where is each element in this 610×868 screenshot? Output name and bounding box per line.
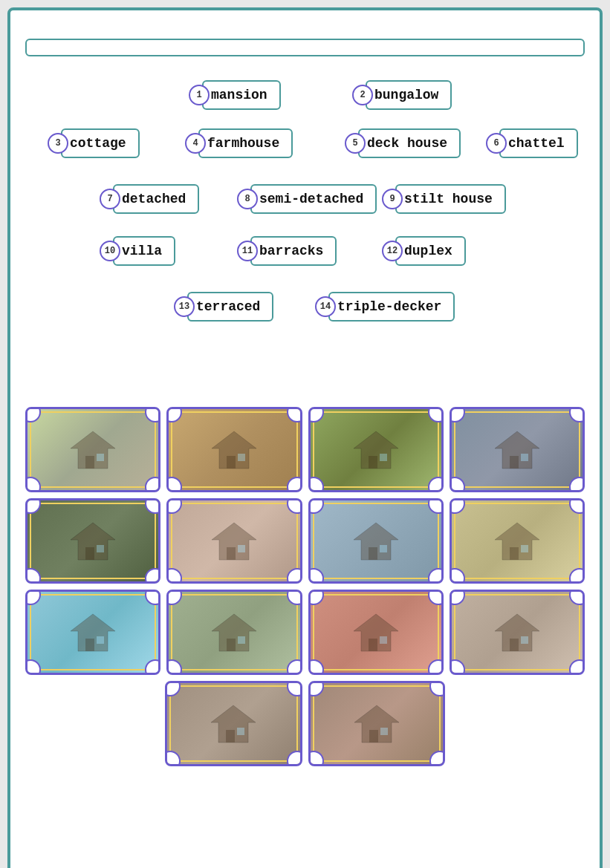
house-placeholder-6 <box>169 500 299 581</box>
number-badge-8: 8 <box>237 189 258 209</box>
images-row-3 <box>25 590 585 675</box>
svg-rect-25 <box>85 639 94 651</box>
svg-rect-2 <box>97 454 104 461</box>
house-image-13 <box>165 681 302 766</box>
images-section <box>25 407 585 766</box>
house-placeholder-7 <box>311 500 441 581</box>
svg-rect-7 <box>369 456 377 469</box>
page: 1mansion2bungalow3cottage4farmhouse5deck… <box>7 7 603 868</box>
word-item-14: 14triple-decker <box>315 292 455 322</box>
house-placeholder-11 <box>311 592 441 673</box>
house-image-10 <box>166 590 302 675</box>
svg-rect-26 <box>97 636 104 644</box>
word-item-9: 9stilt house <box>382 184 506 214</box>
svg-rect-41 <box>380 728 388 735</box>
house-placeholder-1 <box>27 409 158 490</box>
svg-rect-22 <box>510 547 519 560</box>
number-badge-1: 1 <box>189 85 210 105</box>
svg-rect-13 <box>85 547 94 560</box>
svg-rect-10 <box>510 456 519 469</box>
circle-br-5[interactable] <box>145 568 160 584</box>
number-badge-11: 11 <box>237 241 258 261</box>
number-badge-3: 3 <box>48 133 68 154</box>
instruction-box <box>25 39 585 56</box>
house-image-4 <box>450 407 585 492</box>
word-item-1: 1mansion <box>189 80 281 110</box>
word-item-2: 2bungalow <box>352 80 452 110</box>
words-section: 1mansion2bungalow3cottage4farmhouse5deck… <box>25 73 585 385</box>
house-placeholder-14 <box>311 683 443 764</box>
word-item-3: 3cottage <box>48 128 140 158</box>
word-box-6: chattel <box>499 128 578 158</box>
house-image-11 <box>308 590 444 675</box>
svg-rect-5 <box>238 454 245 461</box>
number-badge-5: 5 <box>345 133 366 154</box>
word-item-7: 7detached <box>100 184 199 214</box>
svg-rect-29 <box>238 636 245 644</box>
word-box-5: deck house <box>358 128 461 158</box>
svg-rect-20 <box>380 545 387 552</box>
house-image-7 <box>308 498 444 584</box>
word-box-2: bungalow <box>366 80 452 110</box>
svg-rect-1 <box>85 456 94 469</box>
house-image-8 <box>450 498 585 584</box>
word-item-8: 8semi-detached <box>237 184 377 214</box>
house-image-14 <box>308 681 445 766</box>
images-row-2 <box>25 498 585 584</box>
house-image-6 <box>166 498 302 584</box>
house-placeholder-8 <box>452 500 583 581</box>
word-item-4: 4farmhouse <box>185 128 293 158</box>
svg-rect-35 <box>521 636 528 644</box>
number-badge-7: 7 <box>100 189 120 209</box>
word-box-13: terraced <box>187 292 273 322</box>
word-box-10: villa <box>113 236 175 266</box>
word-box-11: barracks <box>250 236 337 266</box>
house-image-1 <box>25 407 160 492</box>
svg-rect-8 <box>380 454 387 461</box>
word-box-4: farmhouse <box>198 128 293 158</box>
circle-br-8[interactable] <box>569 568 585 584</box>
word-box-12: duplex <box>395 236 466 266</box>
number-badge-14: 14 <box>315 296 336 317</box>
word-item-12: 12duplex <box>382 236 466 266</box>
number-badge-4: 4 <box>185 133 206 154</box>
word-box-14: triple-decker <box>328 292 455 322</box>
svg-rect-32 <box>380 636 387 644</box>
svg-rect-34 <box>510 639 519 651</box>
svg-rect-40 <box>369 730 378 743</box>
svg-rect-16 <box>227 547 236 560</box>
house-placeholder-13 <box>167 683 299 764</box>
svg-rect-37 <box>226 730 235 743</box>
house-image-12 <box>450 590 585 675</box>
number-badge-6: 6 <box>486 133 507 154</box>
house-image-2 <box>166 407 302 492</box>
house-placeholder-12 <box>452 592 583 673</box>
house-placeholder-5 <box>27 500 158 581</box>
word-box-3: cottage <box>61 128 140 158</box>
house-image-5 <box>25 498 160 584</box>
house-placeholder-3 <box>311 409 441 490</box>
svg-rect-28 <box>227 639 236 651</box>
house-placeholder-2 <box>169 409 299 490</box>
images-row-4 <box>165 681 445 766</box>
svg-rect-38 <box>237 728 244 735</box>
svg-rect-11 <box>521 454 528 461</box>
house-placeholder-9 <box>27 592 158 673</box>
circle-br-4[interactable] <box>569 477 585 492</box>
number-badge-12: 12 <box>382 241 403 261</box>
circle-br-12[interactable] <box>569 659 585 675</box>
word-box-9: stilt house <box>395 184 506 214</box>
images-row-1 <box>25 407 585 492</box>
svg-rect-19 <box>369 547 377 560</box>
svg-rect-14 <box>97 545 104 552</box>
house-placeholder-4 <box>452 409 583 490</box>
word-box-8: semi-detached <box>250 184 377 214</box>
word-item-11: 11barracks <box>237 236 337 266</box>
word-item-5: 5deck house <box>345 128 461 158</box>
number-badge-13: 13 <box>174 296 195 317</box>
circle-br-9[interactable] <box>145 659 160 675</box>
house-image-3 <box>308 407 444 492</box>
word-box-1: mansion <box>202 80 281 110</box>
word-item-13: 13terraced <box>174 292 273 322</box>
circle-br-1[interactable] <box>145 477 160 492</box>
